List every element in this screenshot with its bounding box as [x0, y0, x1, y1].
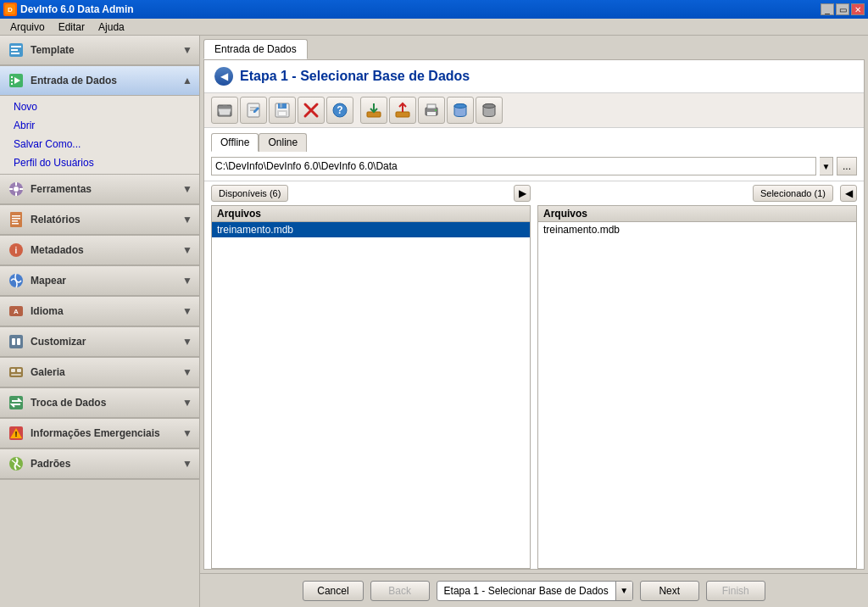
step-dropdown: Etapa 1 - Selecionar Base de Dados ▼ — [437, 581, 633, 601]
selected-count-button[interactable]: Selecionado (1) — [753, 185, 833, 202]
file-item-available-0[interactable]: treinamento.mdb — [212, 222, 530, 237]
maximize-button[interactable]: ▭ — [836, 3, 849, 15]
sidebar-label-mapear: Mapear — [31, 275, 177, 287]
titlebar-controls: _ ▭ ✕ — [821, 3, 865, 15]
next-button[interactable]: Next — [640, 581, 699, 601]
file-item-selected-0[interactable]: treinamento.mdb — [538, 222, 856, 237]
path-browse-button[interactable]: ... — [837, 157, 857, 175]
submenu-salvar-como[interactable]: Salvar Como... — [0, 135, 199, 153]
svg-rect-28 — [12, 338, 15, 345]
svg-rect-33 — [11, 374, 21, 376]
sidebar-item-troca[interactable]: Troca de Dados ▼ — [0, 388, 199, 418]
submenu-novo[interactable]: Novo — [0, 97, 199, 116]
svg-text:D: D — [8, 6, 13, 14]
svg-rect-16 — [19, 188, 23, 190]
toolbar-db1-button[interactable] — [447, 97, 474, 124]
sidebar-section-emergencias: ! Informações Emergenciais ▼ — [0, 419, 199, 449]
available-panel-header: Arquivos — [212, 206, 530, 222]
app-title: DevInfo 6.0 Data Admin — [20, 3, 134, 15]
sidebar-item-ferramentas[interactable]: Ferramentas ▼ — [0, 175, 199, 204]
submenu-abrir[interactable]: Abrir — [0, 116, 199, 135]
sidebar-label-troca: Troca de Dados — [31, 397, 177, 409]
padroes-expand-icon: ▼ — [182, 458, 192, 470]
svg-rect-5 — [11, 53, 19, 54]
sidebar-item-emergencias[interactable]: ! Informações Emergenciais ▼ — [0, 419, 199, 448]
sidebar-item-mapear[interactable]: Mapear ▼ — [0, 266, 199, 296]
toolbar-open-button[interactable] — [211, 97, 238, 124]
sidebar-section-entrada: Entrada de Dados ▲ Novo Abrir Salvar Com… — [0, 66, 199, 175]
sidebar-section-metadados: i Metadados ▼ — [0, 236, 199, 266]
path-dropdown-button[interactable]: ▼ — [820, 157, 833, 175]
svg-rect-53 — [427, 104, 436, 109]
svg-point-57 — [454, 104, 466, 109]
sidebar-item-customizar[interactable]: Customizar ▼ — [0, 327, 199, 357]
transfer-left-button[interactable]: ◀ — [840, 185, 857, 202]
sidebar-item-entrada[interactable]: Entrada de Dados ▲ — [0, 66, 199, 96]
ferramentas-expand-icon: ▼ — [182, 183, 192, 195]
selected-panel: Arquivos treinamento.mdb — [537, 205, 857, 569]
subtab-offline[interactable]: Offline — [211, 133, 259, 152]
svg-rect-31 — [11, 369, 15, 372]
available-count-button[interactable]: Disponíveis (6) — [211, 185, 288, 202]
idioma-expand-icon: ▼ — [182, 305, 192, 317]
menubar: Arquivo Editar Ajuda — [0, 19, 868, 36]
finish-button[interactable]: Finish — [706, 581, 765, 601]
sidebar-item-template[interactable]: Template ▼ — [0, 36, 199, 65]
selected-panel-content: treinamento.mdb — [538, 222, 856, 568]
submenu-perfil[interactable]: Perfil do Usuários — [0, 153, 199, 172]
svg-rect-20 — [12, 220, 18, 222]
sidebar-section-relatorios: Relatórios ▼ — [0, 205, 199, 236]
toolbar-import-button[interactable] — [360, 97, 387, 124]
sidebar-label-relatorios: Relatórios — [31, 214, 177, 226]
menu-ajuda[interactable]: Ajuda — [92, 19, 131, 35]
template-icon — [7, 41, 25, 59]
svg-rect-27 — [9, 335, 23, 348]
emergencias-icon: ! — [7, 424, 25, 443]
entrada-submenu: Novo Abrir Salvar Como... Perfil do Usuá… — [0, 96, 199, 174]
toolbar-export-button[interactable] — [389, 97, 416, 124]
panels-row: Arquivos treinamento.mdb Arquivos treina… — [211, 205, 857, 569]
sidebar-item-galeria[interactable]: Galeria ▼ — [0, 358, 199, 387]
sidebar-label-emergencias: Informações Emergenciais — [31, 427, 177, 439]
step-back-button[interactable]: ◀ — [214, 67, 233, 86]
sidebar-item-metadados[interactable]: i Metadados ▼ — [0, 236, 199, 265]
svg-rect-54 — [427, 112, 436, 115]
toolbar-edit-button[interactable] — [240, 97, 267, 124]
panels-header: Disponíveis (6) ▶ Selecionado (1) ◀ — [211, 181, 857, 205]
sidebar-section-customizar: Customizar ▼ — [0, 327, 199, 358]
svg-text:i: i — [15, 246, 18, 255]
path-input[interactable] — [211, 157, 816, 175]
sidebar-label-padroes: Padrões — [31, 458, 177, 470]
svg-rect-30 — [9, 367, 23, 377]
svg-text:A: A — [14, 308, 19, 315]
svg-rect-3 — [11, 46, 21, 47]
close-button[interactable]: ✕ — [851, 3, 865, 15]
back-button[interactable]: Back — [370, 581, 430, 601]
sidebar-label-galeria: Galeria — [31, 366, 177, 378]
cancel-button[interactable]: Cancel — [303, 581, 363, 601]
toolbar-help-button[interactable]: ? — [326, 97, 353, 124]
svg-rect-19 — [12, 218, 20, 220]
galeria-icon — [7, 363, 25, 381]
subtab-online[interactable]: Online — [259, 133, 307, 152]
inner-panel: ◀ Etapa 1 - Selecionar Base de Dados — [203, 59, 865, 570]
transfer-right-button[interactable]: ▶ — [514, 185, 531, 202]
toolbar-db2-button[interactable] — [476, 97, 503, 124]
sidebar-item-padroes[interactable]: Padrões ▼ — [0, 449, 199, 479]
svg-rect-15 — [9, 188, 13, 190]
sidebar-item-relatorios[interactable]: Relatórios ▼ — [0, 205, 199, 235]
sidebar-section-mapear: Mapear ▼ — [0, 266, 199, 297]
sidebar-item-idioma[interactable]: A Idioma ▼ — [0, 297, 199, 326]
toolbar-save-button[interactable] — [269, 97, 296, 124]
minimize-button[interactable]: _ — [821, 3, 834, 15]
toolbar-print-button[interactable] — [418, 97, 445, 124]
step-dropdown-arrow[interactable]: ▼ — [615, 581, 632, 601]
tab-entrada-dados[interactable]: Entrada de Dados — [203, 39, 308, 59]
toolbar-delete-button[interactable] — [298, 97, 325, 124]
menu-arquivo[interactable]: Arquivo — [3, 19, 52, 35]
padroes-icon — [7, 454, 25, 473]
svg-point-55 — [435, 109, 437, 111]
menu-editar[interactable]: Editar — [52, 19, 92, 35]
svg-rect-34 — [9, 396, 23, 409]
idioma-icon: A — [7, 302, 25, 320]
